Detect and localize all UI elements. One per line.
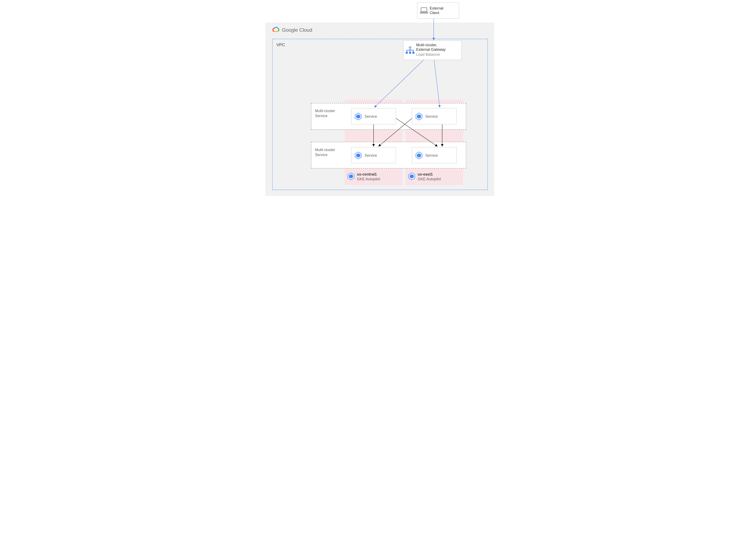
svg-rect-10 bbox=[412, 52, 414, 54]
gke-service-icon bbox=[354, 113, 362, 121]
service-label: Service bbox=[425, 153, 438, 158]
mcs2-line2: Service bbox=[315, 153, 328, 157]
svg-rect-2 bbox=[409, 46, 411, 48]
architecture-diagram: External Client Google Cloud VPC bbox=[238, 0, 500, 199]
service-label: Service bbox=[365, 114, 377, 119]
load-balancer-icon bbox=[406, 46, 415, 55]
service-box-central-1: Service bbox=[351, 108, 396, 124]
google-cloud-text: Google Cloud bbox=[282, 27, 312, 33]
gke-cluster-icon bbox=[408, 172, 416, 181]
svg-rect-9 bbox=[409, 52, 411, 54]
gke-cluster-icon bbox=[347, 172, 355, 181]
gke-service-icon bbox=[354, 152, 362, 160]
cluster-central-name: us-central1 bbox=[357, 172, 380, 177]
gateway-line3: Load Balancer bbox=[416, 52, 440, 57]
external-client-label-2: Client bbox=[430, 11, 439, 15]
gke-service-icon bbox=[415, 152, 423, 160]
gateway-box: Multi-cluster, External Gateway Load Bal… bbox=[403, 40, 462, 60]
service-box-east-1: Service bbox=[412, 108, 457, 124]
service-box-east-2: Service bbox=[412, 147, 457, 163]
mcs2-line1: Multi-cluster bbox=[315, 148, 335, 152]
service-label: Service bbox=[425, 114, 438, 119]
external-client-box: External Client bbox=[417, 2, 459, 19]
external-client-label-1: External bbox=[430, 6, 443, 11]
google-cloud-brand: Google Cloud bbox=[272, 27, 312, 34]
cluster-east-name: us-east1 bbox=[418, 172, 441, 177]
svg-rect-8 bbox=[406, 52, 408, 54]
cluster-central-type: GKE Autopilot bbox=[357, 177, 380, 182]
cluster-east-label: us-east1 GKE Autopilot bbox=[408, 172, 441, 181]
cluster-east-type: GKE Autopilot bbox=[418, 177, 441, 182]
mcs1-line2: Service bbox=[315, 114, 328, 118]
service-label: Service bbox=[365, 153, 377, 158]
svg-rect-1 bbox=[420, 12, 428, 13]
gateway-line2: External Gateway bbox=[416, 47, 446, 52]
svg-rect-0 bbox=[421, 8, 427, 12]
gateway-line1: Multi-cluster, bbox=[416, 43, 437, 47]
laptop-icon bbox=[420, 7, 428, 15]
vpc-title: VPC bbox=[277, 42, 285, 47]
mcs1-line1: Multi-cluster bbox=[315, 109, 335, 113]
google-cloud-logo-icon bbox=[272, 27, 280, 34]
gke-service-icon bbox=[415, 113, 423, 121]
cluster-central-label: us-central1 GKE Autopilot bbox=[347, 172, 380, 181]
service-box-central-2: Service bbox=[351, 147, 396, 163]
